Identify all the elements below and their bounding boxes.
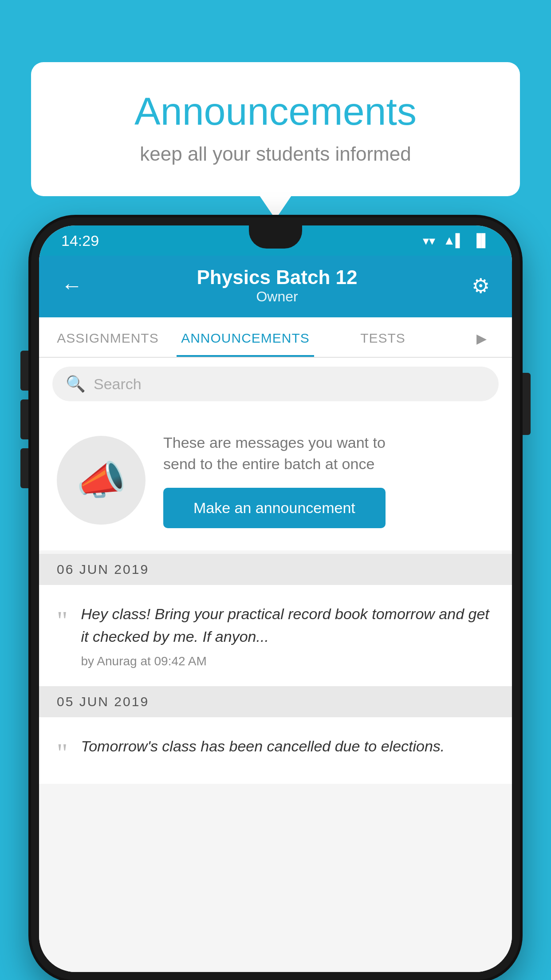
quote-icon-2: " (57, 739, 68, 766)
empty-state-right: These are messages you want to send to t… (163, 432, 386, 528)
search-container: 🔍 Search (39, 358, 512, 410)
search-input[interactable]: Search (94, 375, 142, 393)
make-announcement-button[interactable]: Make an announcement (163, 488, 386, 528)
phone-screen: 14:29 ▾▾ ▲▌ ▐▌ ← Physics Batch 12 Owner … (39, 225, 512, 972)
owner-label: Owner (197, 288, 358, 305)
settings-icon[interactable]: ⚙ (472, 274, 490, 298)
content-area: 🔍 Search 📣 These are messages you want t… (39, 358, 512, 972)
announcement-message-1: Hey class! Bring your practical record b… (81, 603, 495, 648)
wifi-icon: ▾▾ (423, 233, 435, 248)
date-label-2: 05 JUN 2019 (57, 694, 149, 709)
announcement-empty-state: 📣 These are messages you want to send to… (39, 410, 512, 550)
bubble-subtitle: keep all your students informed (67, 143, 484, 165)
speech-bubble-section: Announcements keep all your students inf… (31, 62, 520, 196)
signal-icon: ▲▌ (443, 233, 464, 248)
date-label-1: 06 JUN 2019 (57, 562, 149, 577)
announcement-meta-1: by Anurag at 09:42 AM (81, 654, 495, 668)
announcement-item-2[interactable]: " Tomorrow's class has been cancelled du… (39, 717, 512, 784)
announcement-message-2: Tomorrow's class has been cancelled due … (81, 735, 445, 758)
announcement-text-area-2: Tomorrow's class has been cancelled due … (81, 735, 445, 764)
status-icons: ▾▾ ▲▌ ▐▌ (423, 233, 490, 248)
battery-icon: ▐▌ (472, 233, 490, 248)
announcement-item-1[interactable]: " Hey class! Bring your practical record… (39, 585, 512, 686)
batch-title: Physics Batch 12 (197, 266, 358, 288)
back-button[interactable]: ← (61, 273, 83, 298)
tabs-bar: ASSIGNMENTS ANNOUNCEMENTS TESTS ▶ (39, 317, 512, 358)
announcement-text-area-1: Hey class! Bring your practical record b… (81, 603, 495, 668)
megaphone-circle: 📣 (57, 436, 146, 525)
speech-bubble-card: Announcements keep all your students inf… (31, 62, 520, 196)
quote-icon-1: " (57, 607, 68, 634)
date-separator-1: 06 JUN 2019 (39, 554, 512, 585)
megaphone-icon: 📣 (76, 457, 126, 504)
tab-announcements[interactable]: ANNOUNCEMENTS (177, 317, 314, 357)
search-bar[interactable]: 🔍 Search (52, 367, 499, 401)
tab-assignments[interactable]: ASSIGNMENTS (39, 317, 177, 357)
search-icon: 🔍 (66, 375, 86, 393)
header-title-container: Physics Batch 12 Owner (197, 266, 358, 305)
phone-frame: 14:29 ▾▾ ▲▌ ▐▌ ← Physics Batch 12 Owner … (31, 217, 520, 980)
app-header: ← Physics Batch 12 Owner ⚙ (39, 256, 512, 317)
status-time: 14:29 (61, 232, 99, 249)
phone-container: 14:29 ▾▾ ▲▌ ▐▌ ← Physics Batch 12 Owner … (31, 217, 520, 980)
phone-notch (249, 225, 302, 249)
tab-more[interactable]: ▶ (452, 317, 512, 357)
bubble-title: Announcements (67, 89, 484, 134)
date-separator-2: 05 JUN 2019 (39, 686, 512, 717)
tab-tests[interactable]: TESTS (314, 317, 452, 357)
empty-state-description: These are messages you want to send to t… (163, 432, 386, 474)
